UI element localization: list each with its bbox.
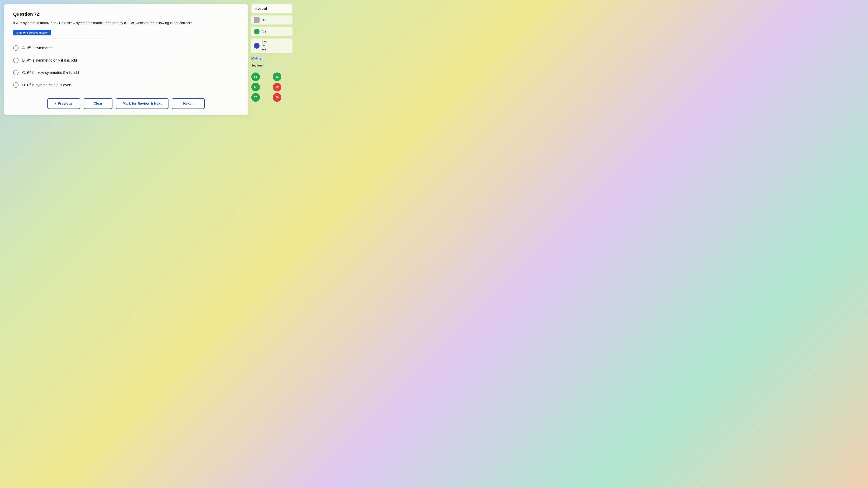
option-c[interactable]: C. Bn is skew symmetric if n is odd bbox=[13, 70, 239, 75]
answered-dot-green bbox=[254, 29, 259, 34]
option-c-label: C. Bn is skew symmetric if n is odd bbox=[22, 70, 79, 75]
option-b-label: B. An is symmetric only if n is odd bbox=[22, 58, 77, 63]
sidebar-not: Not bbox=[251, 15, 292, 25]
instructions-label: Instructi bbox=[255, 7, 267, 10]
question-card: Question 72: If A is symmetric matrix an… bbox=[4, 4, 248, 115]
clear-button[interactable]: Clear bbox=[84, 98, 113, 109]
sidebar-section-label: Section-I bbox=[251, 64, 292, 68]
option-a[interactable]: A. An is symmetric bbox=[13, 45, 239, 51]
q-num-61[interactable]: 61 bbox=[251, 72, 260, 81]
radio-d[interactable] bbox=[13, 83, 19, 88]
answered-with-label: Ans(wieve bbox=[261, 40, 267, 52]
question-text: If A is symmetric matrix and B is a skew… bbox=[13, 20, 239, 26]
mark-review-button[interactable]: Mark for Review & Next bbox=[116, 98, 169, 109]
option-d[interactable]: D. Bn is symmetric if n is even bbox=[13, 82, 239, 88]
next-button[interactable]: Next › bbox=[172, 98, 205, 109]
not-label: Not bbox=[261, 18, 266, 22]
answered-label: Ans bbox=[261, 30, 267, 33]
previous-chevron-icon: ‹ bbox=[55, 101, 56, 106]
answer-badge: Only one correct answer bbox=[13, 30, 51, 35]
next-label: Next bbox=[183, 101, 191, 106]
sidebar-section-title: Mathem bbox=[251, 56, 292, 61]
answered-dot-blue bbox=[254, 43, 259, 48]
radio-b[interactable] bbox=[13, 58, 19, 63]
q-num-62[interactable]: 62 bbox=[273, 72, 281, 81]
question-title: Question 72: bbox=[13, 11, 239, 17]
sidebar-answered-blue: Ans(wieve bbox=[251, 38, 292, 53]
radio-c[interactable] bbox=[13, 70, 19, 75]
divider bbox=[13, 39, 239, 39]
option-d-label: D. Bn is symmetric if n is even bbox=[22, 82, 71, 88]
clear-label: Clear bbox=[94, 101, 102, 106]
question-number-grid: 61 62 68 69 75 76 bbox=[251, 72, 292, 102]
q-num-68[interactable]: 68 bbox=[251, 83, 260, 91]
q-num-76[interactable]: 76 bbox=[273, 93, 281, 102]
q-num-75[interactable]: 75 bbox=[251, 93, 260, 102]
option-a-label: A. An is symmetric bbox=[22, 45, 52, 51]
options-list: A. An is symmetric B. An is symmetric on… bbox=[13, 45, 239, 88]
next-chevron-icon: › bbox=[192, 101, 194, 106]
option-b[interactable]: B. An is symmetric only if n is odd bbox=[13, 58, 239, 63]
q-num-69[interactable]: 69 bbox=[273, 83, 281, 91]
not-visited-box bbox=[254, 17, 259, 23]
sidebar-instructions[interactable]: Instructi bbox=[251, 4, 292, 13]
sidebar: Instructi Not Ans Ans(wieve Mathem Secti… bbox=[251, 4, 292, 115]
footer-buttons: ‹ Previous Clear Mark for Review & Next … bbox=[13, 98, 239, 109]
mark-review-label: Mark for Review & Next bbox=[123, 101, 162, 106]
previous-button[interactable]: ‹ Previous bbox=[48, 98, 80, 109]
main-container: Question 72: If A is symmetric matrix an… bbox=[4, 4, 292, 115]
sidebar-answered: Ans bbox=[251, 27, 292, 36]
radio-a[interactable] bbox=[13, 45, 19, 51]
